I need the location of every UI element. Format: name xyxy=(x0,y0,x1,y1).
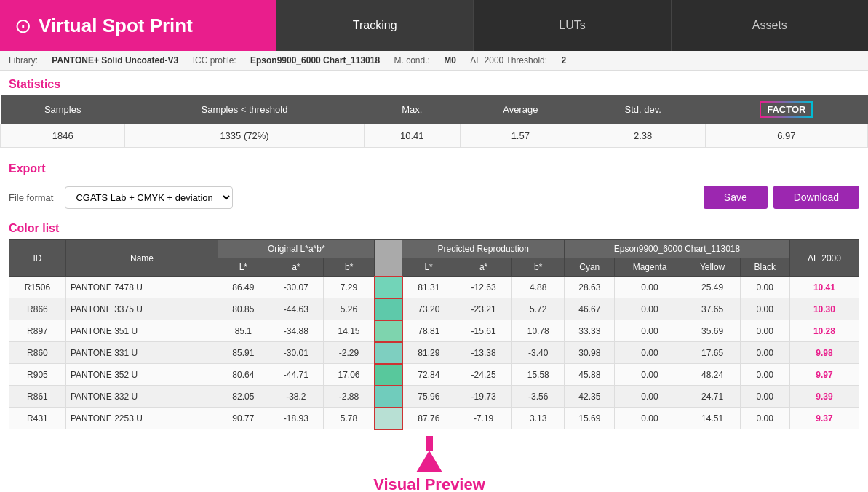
cell-cyan: 15.69 xyxy=(565,408,615,429)
col-average: Average xyxy=(460,95,581,124)
nav-assets[interactable]: Assets xyxy=(672,0,868,51)
col-predicted-group: Predicted Reproduction xyxy=(402,240,565,258)
table-row: R905PANTONE 352 U80.64-44.7117.0672.84-2… xyxy=(9,364,859,386)
cell-b-orig: 14.15 xyxy=(324,320,375,342)
col-l-pred: L* xyxy=(402,258,455,277)
cell-id: R866 xyxy=(9,298,66,320)
info-bar: Library: PANTONE+ Solid Uncoated-V3 ICC … xyxy=(0,51,868,71)
file-format-label: File format xyxy=(9,192,53,203)
color-list-title: Color list xyxy=(0,218,868,239)
logo-text: Virtual Spot Print xyxy=(39,15,193,37)
cell-magenta: 0.00 xyxy=(615,386,685,408)
header: ⊙ Virtual Spot Print Tracking LUTs Asset… xyxy=(0,0,868,51)
nav-bar: Tracking LUTs Assets xyxy=(276,0,868,51)
cell-black: 0.00 xyxy=(740,320,789,342)
visual-preview-annotation: Visual Preview xyxy=(357,436,502,493)
val-max: 10.41 xyxy=(364,124,460,148)
cell-a-orig: -30.07 xyxy=(268,277,324,298)
cell-magenta: 0.00 xyxy=(615,298,685,320)
cell-name: PANTONE 3375 U xyxy=(65,298,218,320)
cell-magenta: 0.00 xyxy=(615,408,685,429)
mcond-label: M. cond.: xyxy=(394,55,429,66)
table-row: R1506PANTONE 7478 U86.49-30.077.2981.31-… xyxy=(9,277,859,298)
col-name: Name xyxy=(65,240,218,277)
export-buttons: Save Download xyxy=(704,186,859,209)
cell-swatch xyxy=(375,364,402,386)
cell-cyan: 45.88 xyxy=(565,364,615,386)
col-black: Black xyxy=(740,258,789,277)
visual-preview-label: Visual Preview xyxy=(373,475,485,493)
color-table: ID Name Original L*a*b* Predicted Reprod… xyxy=(9,239,859,430)
cell-black: 0.00 xyxy=(740,364,789,386)
mcond-value: M0 xyxy=(444,55,456,66)
col-preview xyxy=(375,240,402,277)
cell-b-orig: 5.26 xyxy=(324,298,375,320)
nav-luts[interactable]: LUTs xyxy=(474,0,671,51)
cell-swatch xyxy=(375,342,402,364)
cell-a-pred: -15.61 xyxy=(455,320,511,342)
cell-b-orig: 7.29 xyxy=(324,277,375,298)
cell-b-pred: 10.78 xyxy=(512,320,565,342)
cell-delta-e: 9.37 xyxy=(789,408,859,429)
table-row: R897PANTONE 351 U85.1-34.8814.1578.81-15… xyxy=(9,320,859,342)
cell-delta-e: 10.41 xyxy=(789,277,859,298)
cell-a-orig: -44.63 xyxy=(268,298,324,320)
arrow-head xyxy=(416,451,442,472)
export-section: File format CGATS Lab + CMYK + deviation… xyxy=(0,180,868,215)
col-a-orig: a* xyxy=(268,258,324,277)
file-format-select[interactable]: CGATS Lab + CMYK + deviationCGATS LabCGA… xyxy=(65,186,233,209)
cell-b-pred: -3.40 xyxy=(512,342,565,364)
table-row: R431PANTONE 2253 U90.77-18.935.7887.76-7… xyxy=(9,408,859,429)
cell-yellow: 35.69 xyxy=(685,320,740,342)
cell-yellow: 37.65 xyxy=(685,298,740,320)
icc-label: ICC profile: xyxy=(193,55,236,66)
cell-a-pred: -12.63 xyxy=(455,277,511,298)
cell-black: 0.00 xyxy=(740,342,789,364)
cell-l-pred: 81.31 xyxy=(402,277,455,298)
col-samples: Samples xyxy=(1,95,125,124)
col-a-pred: a* xyxy=(455,258,511,277)
cell-cyan: 28.63 xyxy=(565,277,615,298)
statistics-title: Statistics xyxy=(0,71,868,95)
col-yellow: Yellow xyxy=(685,258,740,277)
cell-a-orig: -18.93 xyxy=(268,408,324,429)
cell-b-pred: 4.88 xyxy=(512,277,565,298)
cell-cyan: 42.35 xyxy=(565,386,615,408)
cell-b-orig: 17.06 xyxy=(324,364,375,386)
cell-l-orig: 86.49 xyxy=(218,277,268,298)
cell-id: R897 xyxy=(9,320,66,342)
cell-name: PANTONE 331 U xyxy=(65,342,218,364)
save-button[interactable]: Save xyxy=(704,186,768,209)
col-stddev: Std. dev. xyxy=(581,95,705,124)
col-b-pred: b* xyxy=(512,258,565,277)
cell-b-orig: -2.88 xyxy=(324,386,375,408)
cell-a-orig: -34.88 xyxy=(268,320,324,342)
cell-l-orig: 80.64 xyxy=(218,364,268,386)
nav-tracking[interactable]: Tracking xyxy=(276,0,474,51)
cell-a-orig: -38.2 xyxy=(268,386,324,408)
cell-yellow: 24.71 xyxy=(685,386,740,408)
cell-id: R1506 xyxy=(9,277,66,298)
cell-a-pred: -7.19 xyxy=(455,408,511,429)
col-delta-e: ΔE 2000 xyxy=(789,240,859,277)
col-max: Max. xyxy=(364,95,460,124)
cell-a-pred: -13.38 xyxy=(455,342,511,364)
color-table-wrap: ID Name Original L*a*b* Predicted Reprod… xyxy=(0,239,868,430)
export-title: Export xyxy=(0,155,868,180)
table-row: R866PANTONE 3375 U80.85-44.635.2673.20-2… xyxy=(9,298,859,320)
cell-magenta: 0.00 xyxy=(615,342,685,364)
col-original-group: Original L*a*b* xyxy=(218,240,375,258)
arrow-shaft xyxy=(426,436,433,451)
cell-black: 0.00 xyxy=(740,298,789,320)
cell-l-pred: 81.29 xyxy=(402,342,455,364)
cell-swatch xyxy=(375,408,402,429)
download-button[interactable]: Download xyxy=(773,186,859,209)
cell-cyan: 33.33 xyxy=(565,320,615,342)
cell-swatch xyxy=(375,386,402,408)
library-label: Library: xyxy=(9,55,38,66)
statistics-section: Samples Samples < threshold Max. Average… xyxy=(0,95,868,148)
icc-value: Epson9900_6000 Chart_113018 xyxy=(250,55,380,66)
val-samples: 1846 xyxy=(1,124,125,148)
col-b-orig: b* xyxy=(324,258,375,277)
cell-a-pred: -24.25 xyxy=(455,364,511,386)
